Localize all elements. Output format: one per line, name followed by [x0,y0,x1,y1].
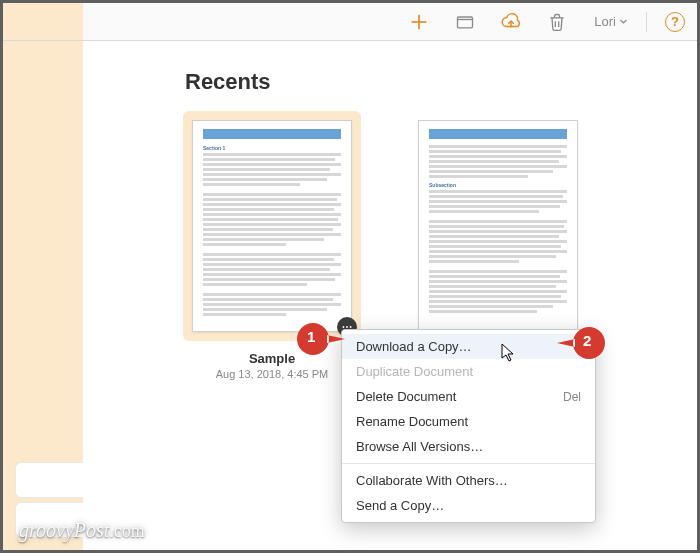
menu-item-send-copy[interactable]: Send a Copy… [342,493,595,518]
menu-item-delete[interactable]: Delete Document Del [342,384,595,409]
toolbar: Lori ? [3,3,697,41]
document-tile[interactable]: Subsection PM [409,111,587,365]
upload-cloud-icon[interactable] [500,11,522,33]
document-label: Sample Aug 13, 2018, 4:45 PM [216,351,329,380]
document-name: Sample [216,351,329,366]
sidebar-header-stub [3,3,83,40]
svg-rect-2 [458,17,473,28]
section-title: Recents [185,69,677,95]
user-menu[interactable]: Lori ? [594,12,685,32]
document-thumbnail: Subsection [418,120,578,332]
svg-point-8 [350,326,352,328]
help-icon[interactable]: ? [665,12,685,32]
context-menu: Download a Copy… Duplicate Document Dele… [341,329,596,523]
menu-item-duplicate: Duplicate Document [342,359,595,384]
trash-icon[interactable] [546,11,568,33]
menu-item-label: Duplicate Document [356,364,473,379]
menu-item-label: Download a Copy… [356,339,472,354]
sidebar [3,41,83,550]
menu-item-label: Browse All Versions… [356,439,483,454]
menu-item-label: Collaborate With Others… [356,473,508,488]
menu-shortcut: Del [563,390,581,404]
document-date: Aug 13, 2018, 4:45 PM [216,368,329,380]
menu-item-label: Delete Document [356,389,456,404]
menu-item-browse-versions[interactable]: Browse All Versions… [342,434,595,459]
toolbar-divider [646,12,647,32]
sidebar-item[interactable] [15,502,83,538]
add-icon[interactable] [408,11,430,33]
document-thumbnail-wrap: Section 1 [183,111,361,341]
menu-item-collaborate[interactable]: Collaborate With Others… [342,468,595,493]
document-tile[interactable]: Section 1 Sample Aug 13, [183,111,361,380]
menu-item-label: Send a Copy… [356,498,444,513]
svg-point-7 [346,326,348,328]
user-name-label: Lori [594,14,628,29]
sidebar-item[interactable] [15,462,83,498]
chevron-down-icon [619,17,628,26]
folder-icon[interactable] [454,11,476,33]
menu-item-rename[interactable]: Rename Document [342,409,595,434]
document-thumbnail-wrap: Subsection [409,111,587,341]
menu-separator [342,463,595,464]
svg-point-6 [342,326,344,328]
menu-item-download-copy[interactable]: Download a Copy… [342,334,595,359]
toolbar-actions [408,11,568,33]
menu-item-label: Rename Document [356,414,468,429]
document-thumbnail: Section 1 [192,120,352,332]
